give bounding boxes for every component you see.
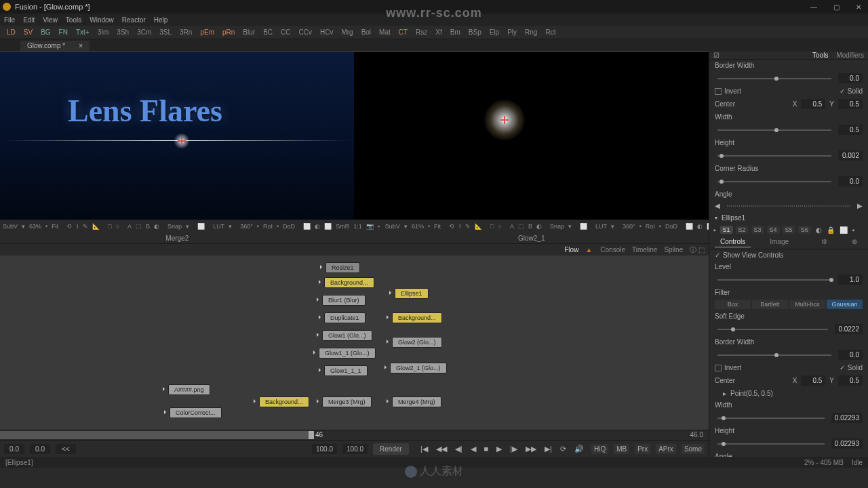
viewer-tb-item[interactable]: ◐ [536,223,542,230]
subtab-icon[interactable]: ◐ [816,226,822,234]
viewer-tb-item[interactable]: ▾ [186,223,189,230]
transport-button[interactable]: ▶| [542,445,554,453]
transport-button[interactable]: ⟳ [558,445,568,453]
menu-file[interactable]: File [4,16,15,24]
filter-box[interactable]: Box [715,300,751,309]
solid-checkbox[interactable]: ✓ Solid [840,87,863,95]
node-a####[interactable]: A####.png [168,384,210,395]
node-port[interactable] [163,387,167,391]
transport-button[interactable]: 🔊 [572,445,586,453]
viewer-tb-item[interactable]: ⬜ [324,223,332,230]
transport-value[interactable]: 0.0 [4,444,24,454]
viewer-tb-item[interactable]: DoD [283,223,295,230]
transport-button[interactable]: ◀◀ [434,445,449,453]
viewer-tb-item[interactable]: 📐 [92,223,100,230]
viewer-tb-item[interactable]: ▪ [378,223,380,230]
node-port[interactable] [387,315,391,319]
menu-edit[interactable]: Edit [23,16,35,24]
tool-sv[interactable]: SV [24,28,33,36]
center-x[interactable]: 0.5 [801,99,825,109]
viewer-tb-item[interactable]: ○ [116,223,119,230]
border-width-slider[interactable] [717,78,831,79]
tool-rng[interactable]: Rng [525,28,537,36]
angle-dial-right[interactable]: ▶ [857,202,863,209]
menu-help[interactable]: Help [154,16,168,24]
width-value[interactable]: 0.5 [838,125,863,135]
viewer-right[interactable] [355,52,709,220]
subtab-s6[interactable]: S6 [798,226,811,234]
transport-value[interactable]: 0.0 [30,444,50,454]
corner-radius-value[interactable]: 0.0 [838,176,863,186]
plus-icon[interactable]: ⊕ [846,237,863,247]
viewer-tb-item[interactable]: ⬜ [686,223,693,230]
tool-3sh[interactable]: 3Sh [117,28,129,36]
tool-bc[interactable]: BC [263,28,273,36]
viewer-tb-item[interactable]: ◐ [315,223,320,230]
node-port[interactable] [317,298,321,302]
viewer-tb-item[interactable]: ◐ [697,223,703,230]
playhead[interactable] [309,431,314,439]
filter-bartlett[interactable]: Bartlett [752,300,788,309]
filter-multi-box[interactable]: Multi-box [789,300,825,309]
viewer-tb-item[interactable]: DoD [665,223,677,230]
tool-blur[interactable]: Blur [243,28,255,36]
viewer-tb-item[interactable]: RoI [646,223,655,230]
viewer-tb-item[interactable]: 1:1 [353,223,362,230]
tool-cc[interactable]: CC [281,28,290,36]
angle-dial-left[interactable]: ◀ [715,202,720,209]
node-port[interactable] [317,399,321,403]
menu-window[interactable]: Window [90,16,114,24]
viewer-tb-item[interactable]: Snap [167,223,182,230]
tool-bm[interactable]: Bm [450,28,460,36]
tool-pem[interactable]: pEm [200,28,214,36]
tool-rct[interactable]: Rct [545,28,555,36]
soft-edge-slider[interactable] [717,329,828,330]
tool-rsz[interactable]: Rsz [416,28,427,36]
tool-ccv[interactable]: CCv [299,28,312,36]
tab-close-icon[interactable]: × [79,42,83,49]
image-tab[interactable]: Image [764,237,794,247]
height-value[interactable]: 0.002 [838,150,863,161]
time-range[interactable] [0,431,309,439]
solid2-checkbox[interactable]: ✓ Solid [840,364,863,371]
node-merge4[interactable]: Merge4 (Mrg) [392,396,441,407]
tool-mat[interactable]: Mat [379,28,391,36]
node-port[interactable] [254,399,258,403]
center-crosshair-icon[interactable] [500,116,509,124]
transport-button[interactable]: ▶ [494,445,504,453]
tool-bg[interactable]: BG [41,28,50,36]
angle-dial[interactable] [727,205,850,207]
viewer-tb-item[interactable]: ✎ [83,223,88,230]
filter-gaussian[interactable]: Gaussian [827,300,863,309]
viewer-tb-item[interactable]: 📐 [475,223,482,230]
viewer-tb-item[interactable]: ⬜ [197,223,205,230]
viewer-tb-item[interactable]: ⬚ [136,223,142,230]
viewer-tb-item[interactable]: • [277,223,279,230]
viewer-tb-item[interactable]: • [257,223,259,230]
node-background[interactable]: Background... [324,277,374,288]
node-port[interactable] [387,340,391,344]
transport-value[interactable]: 100.0 [312,444,337,454]
flow-tab-timeline[interactable]: Timeline [632,246,657,253]
node-port[interactable] [319,280,323,284]
viewer-tb-item[interactable]: B [528,223,532,230]
timeline-ruler[interactable]: 46 46.0 [0,430,709,440]
controls-tab[interactable]: Controls [715,237,751,247]
flow-tab-console[interactable]: Console [600,246,625,253]
level-value[interactable]: 1.0 [838,274,863,285]
node-port[interactable] [313,350,317,354]
flow-tab-flow[interactable]: Flow [564,246,578,253]
viewer-tb-item[interactable]: ✎ [465,223,471,230]
border-width2-value[interactable]: 0.0 [838,350,863,360]
transport-button[interactable]: |▶ [508,445,519,453]
viewer-tb-item[interactable]: □ [108,223,111,230]
node-glow2_1[interactable]: Glow2_1 (Glo...) [390,363,447,373]
viewer-tb-item[interactable]: Snap [550,223,564,230]
viewer-left[interactable]: Lens Flares [0,52,354,220]
viewer-tb-item[interactable]: B [146,223,150,230]
center2-y[interactable]: 0.5 [838,375,863,386]
viewer-tb-item[interactable]: • [428,223,430,230]
width2-slider[interactable] [717,418,825,419]
tool-bsp[interactable]: BSp [469,28,481,36]
height2-slider[interactable] [717,443,825,445]
